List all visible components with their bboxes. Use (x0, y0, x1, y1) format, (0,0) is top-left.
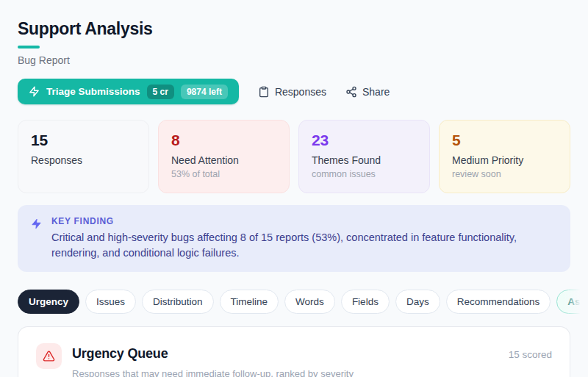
stat-card-responses: 15 Responses (18, 120, 149, 193)
bolt-icon (31, 218, 42, 260)
stat-subtext: review soon (452, 169, 557, 179)
page-header: Support Analysis Bug Report (18, 19, 570, 66)
stat-label: Responses (31, 154, 136, 166)
queue-subtitle: Responses that may need immediate follow… (72, 368, 498, 377)
triage-button-label: Triage Submissions (46, 86, 140, 97)
key-finding-content: KEY FINDING Critical and high-severity b… (51, 216, 557, 260)
queue-title: Urgency Queue (72, 346, 498, 362)
tab-issues[interactable]: Issues (85, 290, 136, 314)
urgency-queue-card: Urgency Queue Responses that may need im… (18, 326, 570, 377)
responses-button-label: Responses (275, 86, 326, 98)
tab-words[interactable]: Words (284, 290, 335, 314)
stat-card-themes-found: 23 Themes Found common issues (298, 120, 430, 193)
page-title: Support Analysis (18, 19, 570, 39)
tab-urgency[interactable]: Urgency (18, 290, 79, 314)
alert-icon-container (36, 343, 62, 369)
stat-subtext: 53% of total (171, 169, 276, 179)
tab-timeline[interactable]: Timeline (220, 290, 279, 314)
stat-value: 5 (452, 132, 557, 149)
remaining-badge: 9874 left (181, 85, 228, 99)
zap-icon (29, 86, 40, 97)
key-finding-text: Critical and high-severity bugs affectin… (51, 230, 557, 260)
share-icon (345, 86, 357, 98)
tab-ask-ai[interactable]: Ask AI✦ (556, 290, 588, 314)
stat-value: 23 (312, 132, 417, 149)
title-accent-bar (18, 46, 40, 49)
stat-subtext: common issues (312, 169, 417, 179)
tab-distribution[interactable]: Distribution (142, 290, 214, 314)
stat-label: Need Attention (171, 154, 276, 166)
alert-triangle-icon (43, 350, 55, 362)
key-finding-label: KEY FINDING (51, 216, 557, 226)
clipboard-icon (258, 86, 270, 98)
stat-value: 15 (31, 132, 136, 149)
tab-days[interactable]: Days (395, 290, 440, 314)
responses-button[interactable]: Responses (258, 86, 326, 98)
triage-submissions-button[interactable]: Triage Submissions 5 cr 9874 left (18, 79, 239, 104)
tab-fields[interactable]: Fields (341, 290, 390, 314)
page-subtitle: Bug Report (18, 54, 570, 66)
share-button-label: Share (362, 86, 390, 98)
tabs-bar: Urgency Issues Distribution Timeline Wor… (18, 290, 570, 314)
credits-badge: 5 cr (147, 85, 174, 99)
stat-label: Medium Priority (452, 154, 557, 166)
stat-value: 8 (171, 132, 276, 149)
queue-scored-count: 15 scored (509, 349, 552, 360)
ask-ai-label: Ask AI (567, 296, 588, 307)
key-finding-banner: KEY FINDING Critical and high-severity b… (18, 205, 570, 272)
support-analysis-page: Support Analysis Bug Report Triage Submi… (0, 0, 588, 377)
stat-card-need-attention: 8 Need Attention 53% of total (158, 120, 290, 193)
share-button[interactable]: Share (345, 86, 390, 98)
tab-recommendations[interactable]: Recommendations (446, 290, 551, 314)
stat-card-medium-priority: 5 Medium Priority review soon (439, 120, 570, 193)
stat-label: Themes Found (312, 154, 417, 166)
stats-row: 15 Responses 8 Need Attention 53% of tot… (18, 120, 570, 193)
action-toolbar: Triage Submissions 5 cr 9874 left Respon… (18, 79, 570, 104)
